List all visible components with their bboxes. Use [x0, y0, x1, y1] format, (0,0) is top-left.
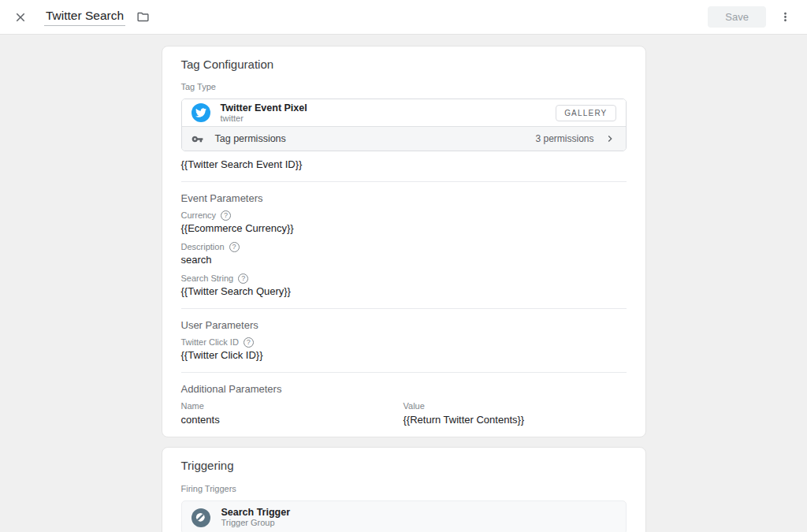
tag-name-field[interactable]: Twitter Search [44, 8, 125, 26]
firing-triggers-label: Firing Triggers [181, 484, 627, 494]
trigger-names: Search Trigger Trigger Group [221, 507, 291, 528]
trigger-type: Trigger Group [221, 518, 291, 528]
name-column-header: Name [181, 401, 404, 411]
tag-type-row[interactable]: Twitter Event Pixel twitter GALLERY [182, 99, 626, 126]
event-parameters-title: Event Parameters [181, 192, 627, 204]
help-icon[interactable]: ? [229, 242, 240, 252]
field-twitter-click-id: Twitter Click ID ? {{Twitter Click ID}} [181, 337, 627, 361]
permissions-count: 3 permissions [535, 133, 593, 144]
field-description: Description ? search [181, 242, 627, 266]
user-parameters-title: User Parameters [181, 319, 627, 331]
close-button[interactable] [9, 6, 32, 28]
folder-icon [136, 10, 150, 24]
trigger-row[interactable]: Search Trigger Trigger Group [181, 500, 627, 532]
user-parameters-section: User Parameters Twitter Click ID ? {{Twi… [181, 319, 627, 361]
twitter-click-id-value: {{Twitter Click ID}} [181, 349, 627, 361]
field-currency: Currency ? {{Ecommerce Currency}} [181, 210, 627, 234]
twitter-logo-badge [192, 103, 210, 122]
currency-label: Currency [181, 210, 217, 221]
more-menu-button[interactable] [774, 6, 796, 28]
tag-type-label: Tag Type [181, 82, 627, 92]
description-label: Description [181, 242, 225, 252]
divider [181, 372, 627, 373]
tag-configuration-title: Tag Configuration [181, 57, 627, 72]
search-string-label: Search String [181, 273, 234, 284]
value-column-header: Value [404, 401, 627, 411]
field-search-string: Search String ? {{Twitter Search Query}} [181, 273, 627, 297]
twitter-click-id-label: Twitter Click ID [181, 337, 239, 348]
additional-parameters-table: Name Value contents {{Return Twitter Con… [181, 401, 627, 426]
currency-value: {{Ecommerce Currency}} [181, 222, 627, 234]
additional-parameters-title: Additional Parameters [181, 383, 627, 395]
tag-permissions-label: Tag permissions [215, 133, 286, 144]
tag-type-box: Twitter Event Pixel twitter GALLERY Tag … [181, 99, 627, 151]
gallery-badge[interactable]: GALLERY [556, 105, 615, 121]
tag-type-id: twitter [221, 113, 307, 124]
header-bar: Twitter Search Save [0, 0, 807, 35]
help-icon[interactable]: ? [238, 273, 248, 284]
trigger-name: Search Trigger [221, 507, 291, 518]
triggering-card[interactable]: Triggering Firing Triggers Search Trigge… [162, 447, 646, 532]
description-value: search [181, 254, 627, 266]
tag-type-names: Twitter Event Pixel twitter [221, 102, 307, 124]
divider [181, 181, 627, 182]
more-vert-icon [779, 10, 792, 24]
folder-button[interactable] [132, 6, 154, 28]
chevron-right-icon [604, 132, 616, 145]
triggering-title: Triggering [181, 458, 627, 473]
help-icon[interactable]: ? [244, 337, 254, 348]
twitter-bird-icon [195, 107, 206, 118]
save-button[interactable]: Save [708, 6, 766, 28]
event-id-value: {{Twitter Search Event ID}} [181, 158, 627, 170]
search-string-value: {{Twitter Search Query}} [181, 285, 627, 297]
tag-permissions-row[interactable]: Tag permissions 3 permissions [182, 126, 626, 151]
trigger-group-icon [192, 508, 210, 527]
main-content: Tag Configuration Tag Type Twitter Event… [0, 35, 807, 532]
param-value-cell: {{Return Twitter Contents}} [404, 414, 627, 426]
close-icon [13, 10, 28, 24]
additional-parameters-section: Additional Parameters Name Value content… [181, 383, 627, 426]
tag-type-name: Twitter Event Pixel [221, 102, 307, 113]
tag-configuration-card[interactable]: Tag Configuration Tag Type Twitter Event… [162, 46, 646, 437]
event-parameters-section: Event Parameters Currency ? {{Ecommerce … [181, 192, 627, 297]
help-icon[interactable]: ? [221, 210, 231, 221]
param-name-cell: contents [181, 414, 404, 426]
divider [181, 308, 627, 309]
key-icon [192, 133, 203, 145]
